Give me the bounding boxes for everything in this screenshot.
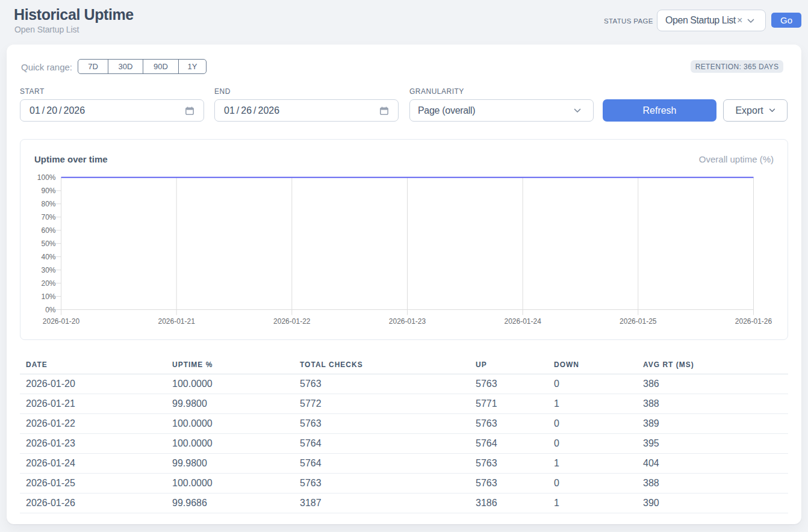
svg-text:50%: 50%: [41, 240, 55, 248]
svg-text:2026-01-24: 2026-01-24: [505, 317, 542, 326]
svg-text:0%: 0%: [45, 306, 56, 314]
svg-text:70%: 70%: [41, 213, 55, 221]
svg-text:90%: 90%: [41, 187, 55, 195]
svg-text:40%: 40%: [41, 253, 55, 261]
svg-text:100%: 100%: [37, 173, 56, 182]
svg-text:80%: 80%: [41, 200, 55, 208]
svg-text:2026-01-20: 2026-01-20: [43, 317, 80, 326]
svg-text:2026-01-23: 2026-01-23: [389, 317, 426, 326]
svg-text:30%: 30%: [41, 266, 55, 274]
svg-text:2026-01-25: 2026-01-25: [620, 317, 657, 326]
svg-text:60%: 60%: [41, 226, 55, 235]
svg-text:2026-01-21: 2026-01-21: [158, 317, 196, 326]
svg-text:2026-01-26: 2026-01-26: [735, 317, 772, 326]
svg-text:2026-01-22: 2026-01-22: [273, 317, 311, 326]
svg-text:10%: 10%: [41, 292, 55, 301]
svg-text:20%: 20%: [41, 279, 55, 288]
